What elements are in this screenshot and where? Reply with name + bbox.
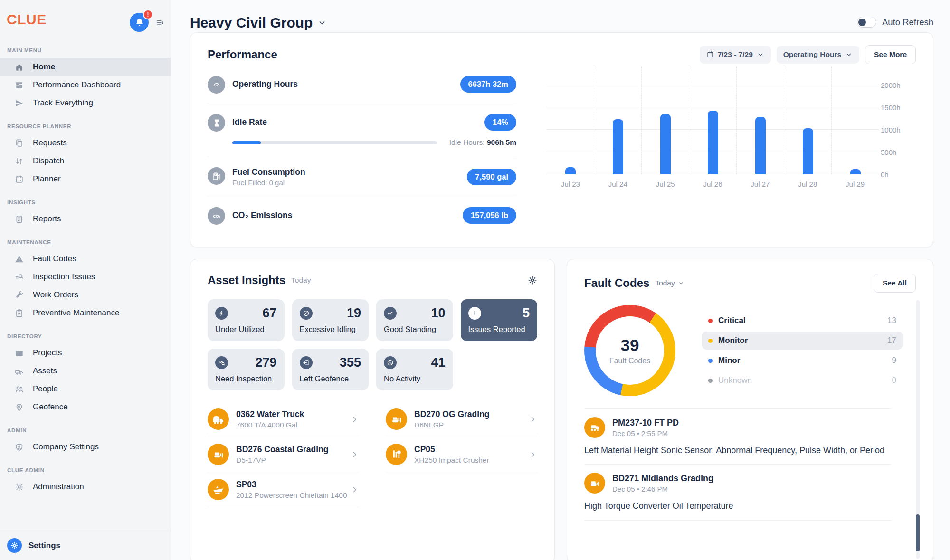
notifications-button[interactable]: ! (130, 13, 149, 32)
fault-codes-card: Fault Codes Today See All 39 Fault Codes… (567, 259, 933, 560)
asset-name: SP03 (236, 480, 347, 490)
nav-section-label-maintenance: MAINTENANCE (0, 228, 171, 250)
sidebar-item-home[interactable]: Home (0, 58, 171, 76)
chart-plot: 0h 500h 1000h 1500h 2000h (547, 67, 879, 174)
tile-value: 355 (340, 355, 361, 370)
asset-row-cp05[interactable]: CP05 XH250 Impact Crusher (386, 437, 537, 472)
sidebar-item-assets[interactable]: Assets (0, 362, 171, 380)
nav-item-label: Inspection Issues (33, 272, 95, 282)
nav-item-label: Company Settings (33, 442, 99, 452)
report-icon (15, 215, 24, 224)
asset-list: 0362 Water Truck 7600 T/A 4000 Gal BD270… (208, 402, 537, 507)
legend-monitor[interactable]: Monitor 17 (702, 332, 902, 350)
chevron-right-icon[interactable] (529, 450, 537, 459)
sidebar-item-dispatch[interactable]: Dispatch (0, 152, 171, 170)
performance-title: Performance (208, 48, 277, 61)
asset-insights-settings-icon[interactable] (528, 275, 537, 285)
x-axis-label: Jul 25 (642, 180, 689, 188)
see-more-button[interactable]: See More (865, 45, 916, 64)
sidebar-item-people[interactable]: People (0, 380, 171, 398)
sidebar-item-company-settings[interactable]: Company Settings (0, 438, 171, 456)
fault-event-pm237-10-ft-pd[interactable]: PM237-10 FT PD Dec 05 • 2:55 PM Left Mat… (584, 408, 891, 465)
company-icon (15, 443, 24, 452)
sidebar-item-inspection-issues[interactable]: Inspection Issues (0, 268, 171, 286)
fault-total: 39 (621, 336, 639, 355)
sidebar-item-administration[interactable]: Administration (0, 478, 171, 496)
nav-item-label: Assets (33, 366, 57, 376)
sidebar-item-fault-codes[interactable]: Fault Codes (0, 250, 171, 268)
idle-icon (300, 307, 313, 320)
auto-refresh-toggle[interactable] (857, 17, 876, 28)
paver-icon (584, 417, 605, 438)
chevron-right-icon[interactable] (351, 485, 359, 494)
chevron-right-icon[interactable] (529, 415, 537, 424)
sidebar-item-work-orders[interactable]: Work Orders (0, 286, 171, 304)
y-axis-tick: 1000h (881, 125, 914, 133)
tile-issues-reported[interactable]: 5 Issues Reported (461, 299, 538, 341)
bar-jul-24 (613, 119, 623, 174)
sidebar-item-preventive-maintenance[interactable]: Preventive Maintenance (0, 304, 171, 322)
clipboard-check-icon (15, 309, 24, 318)
legend-dot (708, 379, 712, 383)
fault-donut-chart: 39 Fault Codes (584, 305, 675, 396)
chart-column (784, 67, 832, 174)
asset-insights-card: Asset Insights Today 67 Under Utilized 1… (190, 259, 555, 560)
sidebar-item-projects[interactable]: Projects (0, 344, 171, 362)
alert-icon (468, 307, 481, 320)
fault-summary: 39 Fault Codes Critical 13 Monitor 17 Mi… (584, 305, 916, 396)
tile-good-standing[interactable]: 10 Good Standing (376, 299, 453, 341)
metric-co-emissions: CO₂ CO₂ Emissions 157,056 lb (208, 197, 516, 235)
date-range-picker[interactable]: 7/23 - 7/29 (700, 46, 771, 64)
chevron-right-icon[interactable] (351, 450, 359, 459)
tile-no-activity[interactable]: 41 No Activity (376, 349, 453, 390)
metric-filter-dropdown[interactable]: Operating Hours (777, 46, 859, 64)
asset-detail: 7600 T/A 4000 Gal (236, 421, 304, 429)
sidebar-item-track-everything[interactable]: Track Everything (0, 94, 171, 112)
see-all-button[interactable]: See All (874, 274, 916, 293)
legend-critical[interactable]: Critical 13 (702, 312, 902, 330)
fault-event-bd271-midlands-grading[interactable]: BD271 Midlands Grading Dec 05 • 2:46 PM … (584, 465, 891, 520)
auto-refresh-control: Auto Refresh (857, 17, 933, 28)
collapse-sidebar-icon[interactable] (156, 19, 164, 27)
tile-value: 67 (262, 306, 276, 321)
y-axis-tick: 0h (881, 171, 914, 179)
tile-left-geofence[interactable]: 355 Left Geofence (292, 349, 369, 390)
nav-item-label: Performance Dashboard (33, 80, 121, 90)
nav-item-label: Geofence (33, 402, 68, 412)
metric-name: Operating Hours (232, 79, 298, 89)
scrollbar-thumb[interactable] (916, 514, 920, 551)
asset-row-sp03[interactable]: SP03 2012 Powerscreen Chieftain 1400 (208, 472, 359, 507)
sidebar-item-requests[interactable]: Requests (0, 134, 171, 152)
sidebar-item-geofence[interactable]: Geofence (0, 398, 171, 416)
sidebar-item-performance-dashboard[interactable]: Performance Dashboard (0, 76, 171, 94)
legend-minor[interactable]: Minor 9 (702, 351, 902, 370)
legend-label: Minor (718, 356, 740, 365)
nav-item-label: Fault Codes (33, 254, 76, 264)
scrollbar-track[interactable] (916, 300, 920, 559)
tile-excessive-idling[interactable]: 19 Excessive Idling (292, 299, 369, 341)
nav-section-label-main-menu: MAIN MENU (0, 42, 171, 58)
operating-hours-bar-chart: 0h 500h 1000h 1500h 2000h Jul 23Jul 24Ju… (547, 66, 916, 235)
group-selector[interactable]: Heavy Civil Group (190, 13, 327, 32)
page-title: Heavy Civil Group (190, 13, 313, 32)
sidebar-item-reports[interactable]: Reports (0, 210, 171, 228)
calendar-icon (706, 51, 714, 58)
legend-unknown[interactable]: Unknown 0 (702, 371, 902, 389)
tile-label: Need Inspection (215, 374, 277, 383)
sidebar-item-planner[interactable]: Planner (0, 170, 171, 188)
fault-period-dropdown[interactable]: Today (655, 279, 684, 287)
nav-section-label-resource-planner: RESOURCE PLANNER (0, 112, 171, 134)
chevron-right-icon[interactable] (351, 415, 359, 424)
tile-under-utilized[interactable]: 67 Under Utilized (208, 299, 285, 341)
hourglass-icon (208, 114, 225, 132)
metric-value-pill: 6637h 32m (460, 76, 516, 93)
dozer-icon (386, 408, 407, 430)
sidebar-item-settings[interactable]: Settings (7, 538, 171, 553)
tile-need-inspection[interactable]: 279 Need Inspection (208, 349, 285, 390)
x-axis-label: Jul 28 (784, 180, 831, 188)
asset-row-bd270-og-grading[interactable]: BD270 OG Grading D6NLGP (386, 402, 537, 437)
idle-hours-text: Idle Hours: 906h 5m (449, 138, 516, 147)
asset-row-bd276-coastal-grading[interactable]: BD276 Coastal Grading D5-17VP (208, 437, 359, 472)
asset-row-0362-water-truck[interactable]: 0362 Water Truck 7600 T/A 4000 Gal (208, 402, 359, 437)
asset-insight-tiles: 67 Under Utilized 19 Excessive Idling 10… (208, 299, 537, 390)
